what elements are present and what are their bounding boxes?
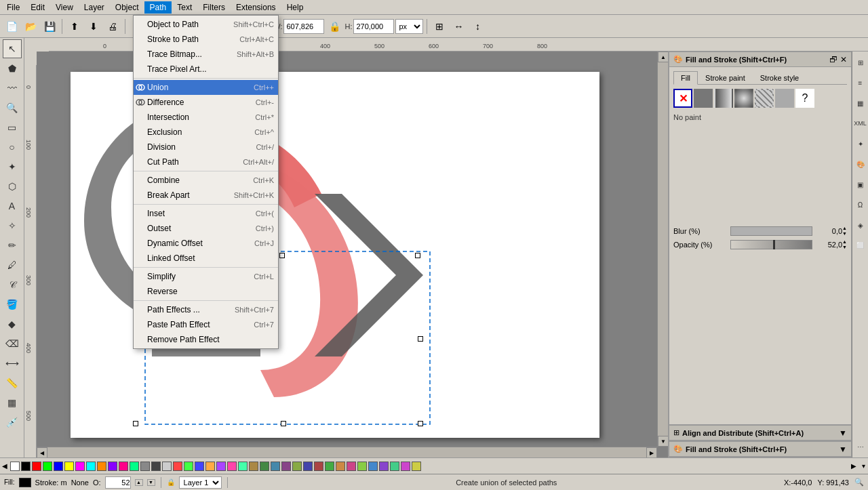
palette-color-33[interactable] <box>368 462 378 471</box>
palette-color-26[interactable] <box>292 462 302 471</box>
palette-right-btn[interactable]: ▶ <box>849 462 859 471</box>
fill-stroke-header-2[interactable]: 🎨 Fill and Stroke (Shift+Ctrl+F) ▼ <box>669 442 851 457</box>
palette-color-20[interactable] <box>227 462 237 471</box>
palette-color-10[interactable] <box>119 462 128 471</box>
handle-mr[interactable] <box>418 336 423 342</box>
rt-swatches[interactable]: ▣ <box>851 175 869 194</box>
paint-none-btn[interactable]: ✕ <box>673 89 692 108</box>
menu-linked-offset[interactable]: Linked Offset <box>134 251 278 266</box>
palette-color-31[interactable] <box>347 462 356 471</box>
scroll-track-h[interactable] <box>47 447 646 457</box>
menu-reverse[interactable]: Reverse <box>134 284 278 299</box>
menu-extensions[interactable]: Extensions <box>231 1 281 14</box>
menu-outset[interactable]: Outset Ctrl+) <box>134 221 278 236</box>
handle-bl[interactable] <box>133 421 138 426</box>
menu-layer[interactable]: Layer <box>79 1 110 14</box>
rt-layers[interactable]: ▦ <box>851 94 869 113</box>
palette-color-27[interactable] <box>303 462 313 471</box>
palette-left-btn[interactable]: ◀ <box>0 462 9 471</box>
canvas-area[interactable]: ▲ ▼ ◀ ▶ <box>37 52 668 457</box>
open-button[interactable]: 📂 <box>22 18 39 35</box>
tool-select[interactable]: ↖ <box>3 39 22 58</box>
scroll-down-btn[interactable]: ▼ <box>658 436 668 447</box>
palette-color-15[interactable] <box>173 462 182 471</box>
tool-pencil[interactable]: ✏ <box>3 236 22 255</box>
menu-difference[interactable]: Difference Ctrl+- <box>134 95 278 110</box>
palette-color-21[interactable] <box>238 462 248 471</box>
tool-zoom[interactable]: 🔍 <box>3 98 22 117</box>
scrollbar-vertical[interactable]: ▲ ▼ <box>657 52 668 447</box>
tool-connector[interactable]: ⟷ <box>3 354 22 373</box>
menu-view[interactable]: View <box>50 1 79 14</box>
tool-node[interactable]: ⬟ <box>3 59 22 78</box>
menu-remove-path-effect[interactable]: Remove Path Effect <box>134 332 278 347</box>
palette-color-7[interactable] <box>86 462 96 471</box>
tool-rect[interactable]: ▭ <box>3 118 22 137</box>
menu-path-effects[interactable]: Path Effects ... Shift+Ctrl+7 <box>134 302 278 317</box>
palette-color-23[interactable] <box>260 462 269 471</box>
rt-color[interactable]: 🎨 <box>851 155 869 173</box>
menu-filters[interactable]: Filters <box>197 1 231 14</box>
palette-color-4[interactable] <box>54 462 63 471</box>
layer-select[interactable]: Layer 1 <box>179 476 222 489</box>
palette-color-2[interactable] <box>32 462 41 471</box>
handle-bc[interactable] <box>281 421 286 426</box>
align-expand-btn[interactable]: ▼ <box>839 428 847 438</box>
tool-star[interactable]: ✦ <box>3 157 22 176</box>
rt-xml[interactable]: XML <box>851 114 869 133</box>
blur-slider[interactable] <box>730 226 812 236</box>
menu-path[interactable]: Path <box>144 1 172 14</box>
paint-unknown-btn[interactable]: ? <box>795 89 814 108</box>
paint-flat-btn[interactable] <box>694 89 713 108</box>
palette-color-8[interactable] <box>97 462 106 471</box>
menu-trace-bitmap[interactable]: Trace Bitmap... Shift+Alt+B <box>134 47 278 62</box>
menu-edit[interactable]: Edit <box>25 1 50 14</box>
opacity-slider[interactable] <box>730 240 812 249</box>
opacity-down-btn[interactable]: ▼ <box>147 479 155 486</box>
paint-pattern-btn[interactable] <box>755 89 774 108</box>
menu-dynamic-offset[interactable]: Dynamic Offset Ctrl+J <box>134 236 278 251</box>
rt-objects[interactable]: ◈ <box>851 216 869 234</box>
menu-stroke-to-path[interactable]: Stroke to Path Ctrl+Alt+C <box>134 32 278 47</box>
scroll-track-v[interactable] <box>658 62 668 436</box>
tool-text[interactable]: A <box>3 197 22 216</box>
paint-radial-btn[interactable] <box>734 89 753 108</box>
lock-btn[interactable]: 🔒 <box>326 18 343 35</box>
menu-inset[interactable]: Inset Ctrl+( <box>134 206 278 221</box>
new-button[interactable]: 📄 <box>3 18 20 35</box>
tab-stroke-style[interactable]: Stroke style <box>753 71 806 85</box>
h-input[interactable] <box>353 19 394 34</box>
palette-color-32[interactable] <box>357 462 367 471</box>
rt-trace[interactable]: ⬜ <box>851 236 869 255</box>
tool-measure[interactable]: 📏 <box>3 373 22 392</box>
opacity-status-input[interactable] <box>105 476 131 489</box>
handle-tr[interactable] <box>415 253 420 258</box>
print-button[interactable]: 🖨 <box>104 18 121 35</box>
palette-color-29[interactable] <box>325 462 334 471</box>
tool-fill[interactable]: ◆ <box>3 314 22 333</box>
w-input[interactable] <box>283 19 324 34</box>
flip-h-btn[interactable]: ↔ <box>450 18 467 35</box>
tool-callig[interactable]: 𝒞 <box>3 275 22 294</box>
menu-combine[interactable]: Combine Ctrl+K <box>134 173 278 188</box>
rt-bottom[interactable]: ⋯ <box>851 437 869 456</box>
palette-color-1[interactable] <box>21 462 31 471</box>
transform-btn[interactable]: ⊞ <box>431 18 448 35</box>
align-header[interactable]: ⊞ Align and Distribute (Shift+Ctrl+A) ▼ <box>669 426 851 441</box>
palette-color-18[interactable] <box>205 462 215 471</box>
palette-color-19[interactable] <box>216 462 226 471</box>
palette-color-0[interactable] <box>10 462 20 471</box>
palette-color-37[interactable] <box>412 462 421 471</box>
palette-color-13[interactable] <box>151 462 161 471</box>
paint-linear-btn[interactable] <box>714 89 733 108</box>
import-button[interactable]: ⬆ <box>66 18 83 35</box>
menu-object-to-path[interactable]: Object to Path Shift+Ctrl+C <box>134 17 278 32</box>
scroll-right-btn[interactable]: ▶ <box>646 447 657 457</box>
menu-help[interactable]: Help <box>281 1 309 14</box>
menu-break-apart[interactable]: Break Apart Shift+Ctrl+K <box>134 188 278 203</box>
palette-color-36[interactable] <box>401 462 410 471</box>
menu-object[interactable]: Object <box>110 1 144 14</box>
tool-eraser[interactable]: ⌫ <box>3 334 22 353</box>
rt-filters[interactable]: ✦ <box>851 134 869 153</box>
tool-spray[interactable]: ✧ <box>3 216 22 235</box>
